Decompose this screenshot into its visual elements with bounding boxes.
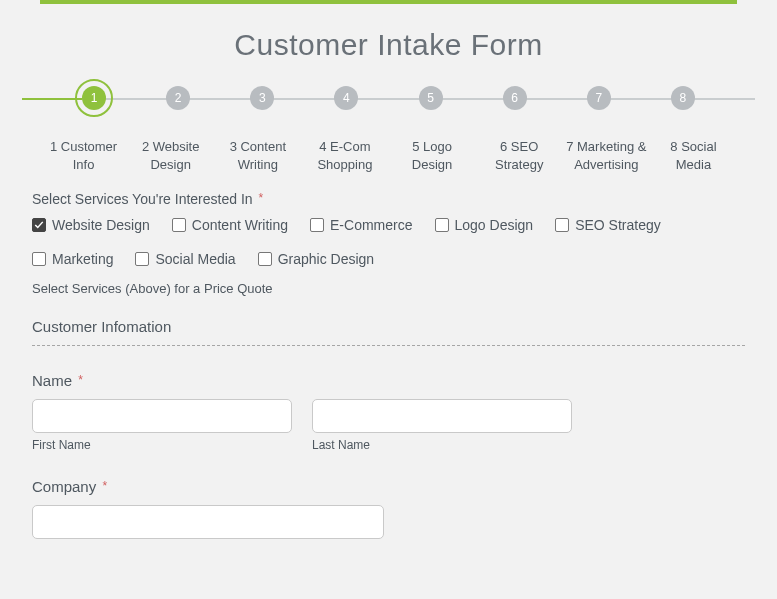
checkbox-label: Logo Design — [455, 217, 534, 233]
checkbox-label: Graphic Design — [278, 251, 375, 267]
company-label: Company * — [32, 478, 745, 495]
checkbox-label: Marketing — [52, 251, 113, 267]
step-circle: 6 — [503, 86, 527, 110]
page-title: Customer Intake Form — [0, 28, 777, 62]
accent-bar — [40, 0, 737, 4]
step-circle: 3 — [250, 86, 274, 110]
last-name-sublabel: Last Name — [312, 438, 572, 452]
step-3[interactable]: 3 — [220, 80, 304, 110]
checkbox-icon — [135, 252, 149, 266]
checkbox-label: E-Commerce — [330, 217, 412, 233]
checkbox-icon — [172, 218, 186, 232]
step-circle: 2 — [166, 86, 190, 110]
step-label: 7 Marketing & Advertising — [563, 138, 650, 173]
divider — [32, 345, 745, 346]
step-7[interactable]: 7 — [557, 80, 641, 110]
step-label: 5 Logo Design — [389, 138, 476, 173]
step-circle: 8 — [671, 86, 695, 110]
checkbox-icon — [32, 252, 46, 266]
step-circle: 1 — [82, 86, 106, 110]
checkbox-label: Website Design — [52, 217, 150, 233]
step-label: 6 SEO Strategy — [476, 138, 563, 173]
checkbox-icon — [258, 252, 272, 266]
first-name-input[interactable] — [32, 399, 292, 433]
step-label: 8 Social Media — [650, 138, 737, 173]
checkbox-icon — [435, 218, 449, 232]
checkbox-icon — [32, 218, 46, 232]
required-mark: * — [258, 191, 263, 205]
step-label: 4 E-Com Shopping — [301, 138, 388, 173]
step-5[interactable]: 5 — [389, 80, 473, 110]
checkbox-marketing[interactable]: Marketing — [32, 251, 113, 267]
checkbox-website-design[interactable]: Website Design — [32, 217, 150, 233]
step-label: 3 Content Writing — [214, 138, 301, 173]
first-name-sublabel: First Name — [32, 438, 292, 452]
checkbox-label: Content Writing — [192, 217, 288, 233]
services-label: Select Services You're Interested In * — [32, 191, 745, 207]
step-2[interactable]: 2 — [136, 80, 220, 110]
services-checkbox-group: Website Design Content Writing E-Commerc… — [32, 217, 745, 267]
step-label: 1 Customer Info — [40, 138, 127, 173]
step-circle: 5 — [419, 86, 443, 110]
step-circle: 7 — [587, 86, 611, 110]
checkbox-content-writing[interactable]: Content Writing — [172, 217, 288, 233]
last-name-input[interactable] — [312, 399, 572, 433]
step-8[interactable]: 8 — [641, 80, 725, 110]
name-label: Name * — [32, 372, 745, 389]
section-customer-info: Customer Infomation — [32, 318, 745, 335]
checkbox-label: SEO Strategy — [575, 217, 661, 233]
checkbox-ecommerce[interactable]: E-Commerce — [310, 217, 412, 233]
step-label: 2 Website Design — [127, 138, 214, 173]
step-6[interactable]: 6 — [473, 80, 557, 110]
checkbox-logo-design[interactable]: Logo Design — [435, 217, 534, 233]
checkbox-icon — [310, 218, 324, 232]
checkbox-graphic-design[interactable]: Graphic Design — [258, 251, 375, 267]
services-helper: Select Services (Above) for a Price Quot… — [32, 281, 745, 296]
stepper: 1 2 3 4 5 6 7 8 — [22, 80, 755, 126]
company-input[interactable] — [32, 505, 384, 539]
required-mark: * — [78, 373, 83, 387]
checkbox-label: Social Media — [155, 251, 235, 267]
checkbox-icon — [555, 218, 569, 232]
step-1[interactable]: 1 — [52, 80, 136, 110]
checkbox-seo-strategy[interactable]: SEO Strategy — [555, 217, 661, 233]
step-circle: 4 — [334, 86, 358, 110]
checkbox-social-media[interactable]: Social Media — [135, 251, 235, 267]
required-mark: * — [102, 479, 107, 493]
step-4[interactable]: 4 — [304, 80, 388, 110]
stepper-labels: 1 Customer Info 2 Website Design 3 Conte… — [22, 138, 755, 173]
